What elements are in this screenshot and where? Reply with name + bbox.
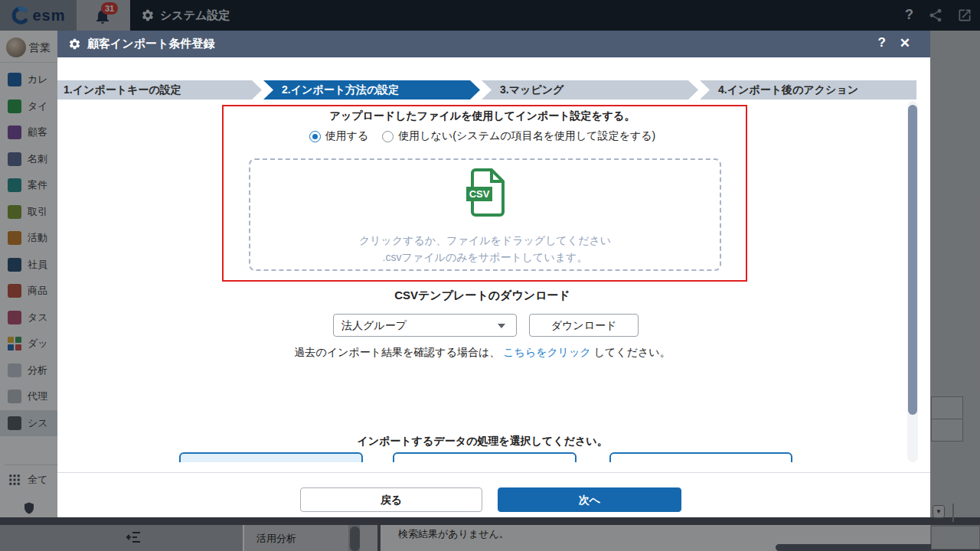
process-option-button-3[interactable] (609, 452, 792, 462)
template-select[interactable]: 法人グループ (333, 314, 517, 337)
modal-header: 顧客インポート条件登録 ? ✕ (57, 31, 930, 57)
modal-help-button[interactable]: ? (878, 35, 886, 51)
note-suffix: してください。 (594, 346, 671, 358)
wizard-steps: 1.インポートキーの設定2.インポート方法の設定3.マッピング4.インポート後の… (57, 80, 916, 99)
chevron-down-icon (498, 324, 505, 328)
radio-not-use[interactable]: 使用しない(システムの項目名を使用して設定をする) (382, 129, 655, 143)
radio-unselected-icon[interactable] (382, 131, 394, 142)
radio-selected-icon[interactable] (309, 131, 321, 142)
process-option-button-2[interactable] (393, 452, 577, 462)
process-section-heading: インポートするデータの処理を選択してください。 (57, 435, 907, 448)
wizard-step-3[interactable]: 3.マッピング (482, 80, 698, 99)
screen: esm 31 システム設定 ? 営業 カレタイ顧客名刺案件取引活動社員商品タスダ… (0, 0, 980, 551)
csv-badge-label: CSV (469, 188, 489, 200)
upload-section-heading: アップロードしたファイルを使用してインポート設定をする。 (57, 109, 907, 123)
download-button[interactable]: ダウンロード (529, 314, 639, 337)
csv-file-icon: CSV (465, 168, 506, 217)
wizard-step-1[interactable]: 1.インポートキーの設定 (57, 80, 262, 99)
modal-title: 顧客インポート条件登録 (87, 37, 214, 51)
modal-scrollbar-thumb[interactable] (908, 105, 917, 415)
footer-divider (57, 472, 930, 473)
modal-scrollbar-track[interactable] (907, 101, 918, 462)
upload-radio-group: 使用する 使用しない(システムの項目名を使用して設定をする) (57, 129, 907, 143)
note-prefix: 過去のインポート結果を確認する場合は、 (294, 346, 500, 358)
dropzone-filetype-note: .csvファイルのみをサポートしています。 (250, 251, 720, 265)
radio-use[interactable]: 使用する (309, 129, 369, 143)
past-results-link[interactable]: こちらをクリック (503, 346, 591, 358)
import-conditions-modal: 顧客インポート条件登録 ? ✕ 1.インポートキーの設定2.インポート方法の設定… (57, 31, 930, 517)
process-options-strip (57, 452, 907, 462)
back-button[interactable]: 戻る (300, 487, 482, 512)
template-select-value: 法人グループ (341, 319, 407, 331)
dropzone-instruction: クリックするか、ファイルをドラッグしてください (250, 234, 720, 248)
gear-icon (68, 37, 81, 51)
radio-not-use-label: 使用しない(システムの項目名を使用して設定をする) (398, 129, 655, 143)
template-section-heading: CSVテンプレートのダウンロード (57, 289, 907, 303)
wizard-step-4[interactable]: 4.インポート後のアクション (700, 80, 916, 99)
close-icon[interactable]: ✕ (900, 35, 910, 51)
file-dropzone[interactable]: CSV クリックするか、ファイルをドラッグしてください .csvファイルのみをサ… (249, 158, 721, 271)
process-option-button-1[interactable] (179, 452, 363, 462)
next-button[interactable]: 次へ (498, 487, 681, 512)
wizard-step-2[interactable]: 2.インポート方法の設定 (263, 80, 480, 99)
radio-use-label: 使用する (325, 129, 369, 143)
past-results-note: 過去のインポート結果を確認する場合は、 こちらをクリック してください。 (57, 346, 907, 360)
